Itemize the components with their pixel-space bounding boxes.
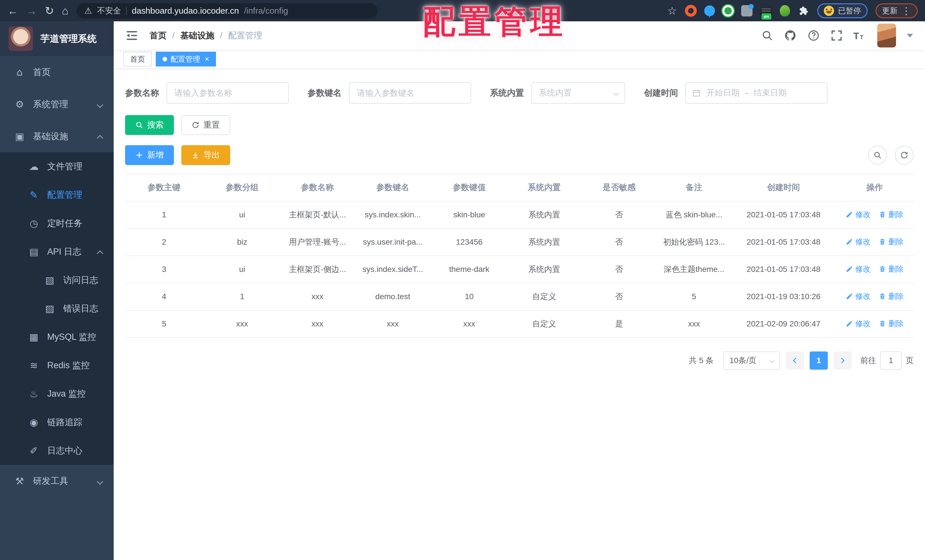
cell-id: 2 [125, 229, 203, 256]
screen: ← → ↻ ⌂ ⚠ 不安全 dashboard.yudao.iocoder.cn… [0, 0, 925, 560]
timer-icon: ◷ [27, 218, 40, 229]
reset-button[interactable]: 重置 [181, 115, 230, 135]
user-menu-caret-icon[interactable] [907, 34, 913, 38]
tab-配置管理[interactable]: 配置管理× [156, 52, 216, 66]
orange-ring-extension-icon[interactable] [685, 5, 697, 17]
sidebar-item-error-log[interactable]: ▨错误日志 [0, 294, 114, 323]
cell-name: 主框架页-默认... [281, 201, 354, 229]
back-icon[interactable]: ← [8, 5, 18, 16]
create-time-daterange[interactable]: 开始日期-结束日期 [685, 82, 827, 104]
edit-link[interactable]: 修改 [846, 319, 871, 329]
green-sprout-extension-icon[interactable] [780, 5, 790, 17]
sidebar-item-label: Java 监控 [47, 388, 86, 400]
export-button[interactable]: 导出 [181, 145, 230, 165]
param-name-input[interactable] [167, 82, 289, 104]
sidebar-item-job[interactable]: ◷定时任务 [0, 209, 114, 238]
delete-link[interactable]: 删除 [879, 291, 904, 301]
blue-pin-extension-icon[interactable] [704, 5, 715, 16]
sidebar-item-java[interactable]: ♨Java 监控 [0, 379, 114, 408]
filter-create-time: 创建时间开始日期-结束日期 [644, 82, 827, 104]
green-shield-extension-icon[interactable] [722, 5, 734, 17]
sidebar-item-label: 基础设施 [33, 130, 68, 142]
tab-首页[interactable]: 首页 [124, 52, 152, 66]
sidebar-logo[interactable]: 芋道管理系统 [0, 21, 114, 56]
profile-paused-chip[interactable]: 已暂停 [817, 3, 868, 18]
cell-key: sys.index.skin... [354, 201, 432, 229]
cell-actions: 修改删除 [836, 201, 914, 229]
forward-icon[interactable]: → [26, 5, 37, 16]
cell-name: 用户管理-账号... [281, 229, 354, 256]
cell-id: 3 [125, 256, 203, 283]
page-size-select[interactable]: 10条/页 [723, 351, 780, 370]
next-page-button[interactable] [833, 351, 852, 370]
sidebar-item-mysql[interactable]: ▦MySQL 监控 [0, 323, 114, 351]
sidebar-item-label: 链路追踪 [47, 416, 83, 428]
github-icon[interactable] [784, 29, 797, 42]
home-icon[interactable]: ⌂ [62, 5, 68, 16]
mysql-icon: ▦ [27, 331, 40, 343]
table-row: 2biz用户管理-账号...sys.user.init-pa...123456系… [125, 229, 914, 256]
security-label[interactable]: 不安全 [97, 5, 121, 16]
font-size-icon[interactable]: TT [853, 30, 866, 42]
filter-label: 参数名称 [125, 87, 159, 99]
add-button[interactable]: 新增 [125, 145, 174, 165]
search-button[interactable]: 搜索 [125, 115, 174, 135]
browser-menu-icon[interactable]: ⋮ [901, 6, 911, 16]
prev-page-button[interactable] [786, 351, 804, 370]
cell-remark: 初始化密码 123... [657, 229, 731, 256]
refresh-table-circle-button[interactable] [895, 146, 914, 164]
reload-icon[interactable]: ↻ [45, 5, 54, 16]
gray-grid-extension-icon[interactable] [741, 5, 753, 17]
update-chip[interactable]: 更新 ⋮ [875, 3, 917, 18]
table-row: 1ui主框架页-默认...sys.index.skin...skin-blue系… [125, 201, 914, 229]
sidebar-item-config[interactable]: ✎配置管理 [0, 181, 114, 209]
sidebar-item-api-log[interactable]: ▤API 日志 [0, 238, 114, 266]
home-icon: ⌂ [13, 66, 26, 78]
help-doc-icon[interactable] [807, 29, 820, 42]
sidebar-item-home[interactable]: ⌂首页 [0, 56, 114, 88]
chevron-left-icon [793, 358, 798, 363]
cell-key: xxx [354, 310, 432, 337]
toggle-search-circle-button[interactable] [868, 146, 887, 164]
current-page-button[interactable]: 1 [810, 351, 828, 370]
address-bar[interactable]: ⚠ 不安全 dashboard.yudao.iocoder.cn/infra/c… [77, 3, 378, 18]
edit-link[interactable]: 修改 [846, 237, 871, 247]
delete-link[interactable]: 删除 [879, 264, 904, 274]
table-row: 3ui主框架页-侧边...sys.index.sideT...theme-dar… [125, 256, 914, 283]
close-icon[interactable]: × [205, 55, 209, 63]
fullscreen-icon[interactable] [831, 30, 842, 42]
param-key-input[interactable] [349, 82, 471, 104]
dark-list-on-extension-icon[interactable] [760, 6, 772, 15]
white-puzzle-extension-icon[interactable] [797, 5, 809, 17]
sidebar-item-file[interactable]: ☁文件管理 [0, 152, 114, 181]
breadcrumb-item[interactable]: 首页 [149, 30, 167, 42]
builtin-select[interactable]: 系统内置 [532, 82, 625, 104]
sidebar-item-redis[interactable]: ≋Redis 监控 [0, 351, 114, 379]
log-edit-icon: ✐ [27, 445, 40, 456]
user-avatar[interactable] [877, 24, 896, 47]
sidebar-item-access-log[interactable]: ▧访问日志 [0, 266, 114, 294]
url-host: dashboard.yudao.iocoder.cn [132, 6, 239, 16]
sidebar-collapse-icon[interactable] [126, 29, 138, 42]
sidebar-item-system[interactable]: ⚙系统管理 [0, 88, 114, 120]
breadcrumb-item[interactable]: 基础设施 [180, 30, 214, 42]
delete-link[interactable]: 删除 [879, 319, 904, 329]
header-search-icon[interactable] [761, 30, 773, 42]
sidebar-item-dev-tools[interactable]: ⚒研发工具 [0, 465, 114, 497]
sidebar-item-log-center[interactable]: ✐日志中心 [0, 437, 114, 465]
page-jump-input[interactable] [880, 351, 902, 370]
update-label: 更新 [882, 6, 898, 16]
delete-link[interactable]: 删除 [879, 237, 904, 247]
edit-link[interactable]: 修改 [846, 209, 871, 220]
sidebar-item-infra[interactable]: ▣基础设施 [0, 120, 114, 152]
column-header: 备注 [657, 174, 731, 201]
breadcrumb-separator: / [172, 31, 175, 40]
edit-link[interactable]: 修改 [846, 291, 871, 301]
sidebar-item-trace[interactable]: ◉链路追踪 [0, 408, 114, 437]
bookmark-star-icon[interactable]: ☆ [667, 5, 677, 17]
delete-link[interactable]: 删除 [879, 209, 904, 220]
edit-link[interactable]: 修改 [846, 264, 871, 274]
edit-icon: ✎ [27, 189, 40, 200]
column-header: 参数键值 [432, 174, 507, 201]
cell-sensitive: 否 [582, 283, 657, 310]
